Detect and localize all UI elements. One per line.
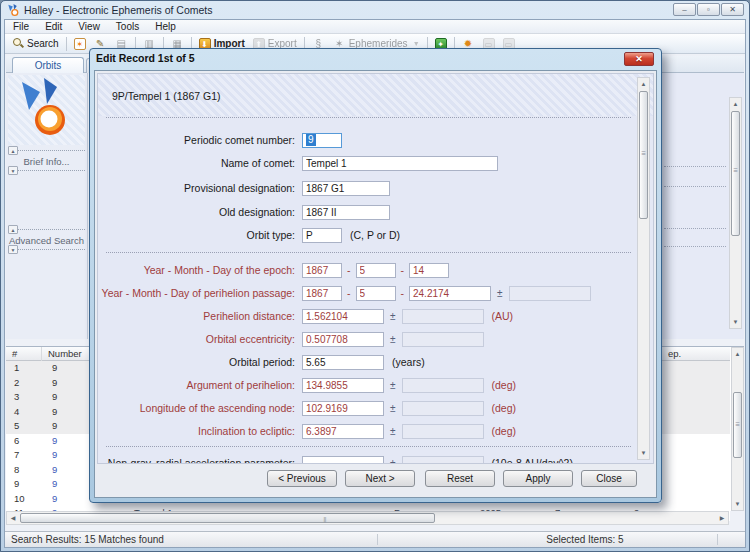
longitude-ascending-node-input[interactable] <box>302 401 384 416</box>
field-orbit-type: Orbit type: (C, P or D) <box>98 227 635 243</box>
detail-panel: ▲ ☰ ▼ <box>659 73 744 339</box>
tab-orbits[interactable]: Orbits <box>12 57 84 73</box>
orbit-type-input[interactable] <box>302 228 342 243</box>
epoch-day-input[interactable] <box>409 263 449 278</box>
brief-info-collapse-button[interactable]: ▲ <box>8 146 18 155</box>
next-button[interactable]: Next > <box>345 470 415 487</box>
record-header: 9P/Tempel 1 (1867 G1) <box>112 90 221 102</box>
scroll-down-icon[interactable]: ▼ <box>732 498 743 510</box>
orbital-eccentricity-input[interactable] <box>302 332 384 347</box>
field-orbital-period: Orbital period: (years) <box>98 354 635 370</box>
detail-panel-scrollbar[interactable]: ▲ ☰ ▼ <box>729 97 742 329</box>
new-record-icon: ✶ <box>74 38 86 50</box>
previous-button[interactable]: < Previous <box>267 470 337 487</box>
provisional-designation-input[interactable] <box>302 181 390 196</box>
search-icon <box>13 38 24 49</box>
argument-uncertainty-input <box>402 378 484 393</box>
sidebar-advanced-search[interactable]: Advanced Search <box>6 235 87 246</box>
scroll-up-icon[interactable]: ▲ <box>732 348 743 360</box>
sidebar-brief-info[interactable]: Brief Info... <box>6 156 87 167</box>
comet-logo <box>8 75 85 145</box>
field-periodic-comet-number: Periodic comet number: 9 <box>98 132 635 148</box>
close-icon: ✕ <box>635 54 643 64</box>
field-orbital-eccentricity: Orbital eccentricity: ± <box>98 331 635 347</box>
field-epoch-date: Year - Month - Day of the epoch: - - <box>98 262 635 278</box>
perihelion-distance-uncertainty-input <box>402 309 484 324</box>
name-of-comet-input[interactable] <box>302 156 498 171</box>
app-logo-icon <box>7 4 20 17</box>
header-epoch-partial[interactable]: ep. <box>662 347 726 361</box>
old-designation-input[interactable] <box>302 205 390 220</box>
sidebar: ▲ Brief Info... ▼ ▲ Advanced Search ▼ <box>6 73 88 339</box>
advanced-search-expand-button[interactable]: ▼ <box>8 245 18 254</box>
table-vscrollbar[interactable]: ▲ ☰ ▼ <box>731 347 744 511</box>
app-window: Halley - Electronic Ephemeris of Comets … <box>0 0 750 552</box>
titlebar: Halley - Electronic Ephemeris of Comets … <box>1 1 749 19</box>
dialog-body: 9P/Tempel 1 (1867 G1) Periodic comet num… <box>94 70 657 498</box>
menu-view[interactable]: View <box>70 21 108 32</box>
scroll-down-icon[interactable]: ▼ <box>638 447 649 459</box>
menu-file[interactable]: File <box>5 21 37 32</box>
field-longitude-ascending-node: Longitude of the ascending node: ± (deg) <box>98 400 635 416</box>
close-dialog-button[interactable]: Close <box>581 470 637 487</box>
field-perihelion-passage-date: Year - Month - Day of perihelion passage… <box>98 285 635 301</box>
passage-month-input[interactable] <box>356 286 396 301</box>
edit-record-dialog: Edit Record 1st of 5 ✕ 9P/Tempel 1 (1867… <box>89 48 662 503</box>
scroll-up-icon[interactable]: ▲ <box>730 98 741 110</box>
menu-help[interactable]: Help <box>147 21 184 32</box>
menu-edit[interactable]: Edit <box>37 21 70 32</box>
brief-info-expand-button[interactable]: ▼ <box>8 166 18 175</box>
field-argument-of-perihelion: Argument of perihelion: ± (deg) <box>98 377 635 393</box>
field-nongrav-radial-acceleration: Non-grav. radial acceleration parameter:… <box>98 455 635 464</box>
new-record-button[interactable]: ✶ <box>70 37 90 51</box>
scroll-left-icon[interactable]: ◀ <box>7 512 19 524</box>
dialog-scrollbar[interactable]: ▲ ☰ ▼ <box>637 77 650 460</box>
dialog-form: 9P/Tempel 1 (1867 G1) Periodic comet num… <box>97 73 654 464</box>
window-title: Halley - Electronic Ephemeris of Comets <box>24 4 212 16</box>
header-index[interactable]: # <box>6 347 42 361</box>
scroll-up-icon[interactable]: ▲ <box>638 78 649 90</box>
maximize-button[interactable]: ▫ <box>697 3 720 16</box>
epoch-month-input[interactable] <box>356 263 396 278</box>
nongrav-uncertainty-input <box>402 456 484 465</box>
advanced-search-collapse-button[interactable]: ▲ <box>8 225 18 234</box>
passage-uncertainty-input <box>509 286 591 301</box>
close-button[interactable]: ✕ <box>721 3 744 16</box>
epoch-year-input[interactable] <box>302 263 342 278</box>
status-results: Search Results: 15 Matches found <box>11 534 164 545</box>
argument-of-perihelion-input[interactable] <box>302 378 384 393</box>
dialog-buttons: < Previous Next > Reset Apply Close <box>95 468 656 492</box>
inclination-uncertainty-input <box>402 424 484 439</box>
dialog-close-button[interactable]: ✕ <box>624 52 654 66</box>
table-hscrollbar[interactable]: ◀ ⫼ ▶ <box>6 511 729 525</box>
minimize-button[interactable]: – <box>673 3 696 16</box>
apply-button[interactable]: Apply <box>503 470 573 487</box>
status-bar: Search Results: 15 Matches found Selecte… <box>5 531 745 547</box>
reset-button[interactable]: Reset <box>425 470 495 487</box>
orbital-period-input[interactable] <box>302 355 384 370</box>
inclination-input[interactable] <box>302 424 384 439</box>
menu-tools[interactable]: Tools <box>108 21 147 32</box>
field-inclination-to-ecliptic: Inclination to ecliptic: ± (deg) <box>98 423 635 439</box>
menu-bar: File Edit View Tools Help <box>5 20 745 34</box>
scroll-down-icon[interactable]: ▼ <box>730 316 741 328</box>
ephemerides-dropdown-icon[interactable]: ▼ <box>413 40 420 47</box>
field-old-designation: Old designation: <box>98 204 635 220</box>
passage-year-input[interactable] <box>302 286 342 301</box>
dialog-title: Edit Record 1st of 5 <box>96 52 195 64</box>
field-name-of-comet: Name of comet: <box>98 155 635 171</box>
longitude-uncertainty-input <box>402 401 484 416</box>
nongrav-radial-input[interactable] <box>302 456 384 465</box>
perihelion-distance-input[interactable] <box>302 309 384 324</box>
eccentricity-uncertainty-input <box>402 332 484 347</box>
passage-day-input[interactable] <box>409 286 491 301</box>
periodic-comet-number-input[interactable]: 9 <box>302 133 342 148</box>
field-provisional-designation: Provisional designation: <box>98 180 635 196</box>
search-button[interactable]: Search <box>9 37 63 50</box>
scroll-right-icon[interactable]: ▶ <box>716 512 728 524</box>
field-perihelion-distance: Perihelion distance: ± (AU) <box>98 308 635 324</box>
status-selected: Selected Items: 5 <box>455 534 715 545</box>
